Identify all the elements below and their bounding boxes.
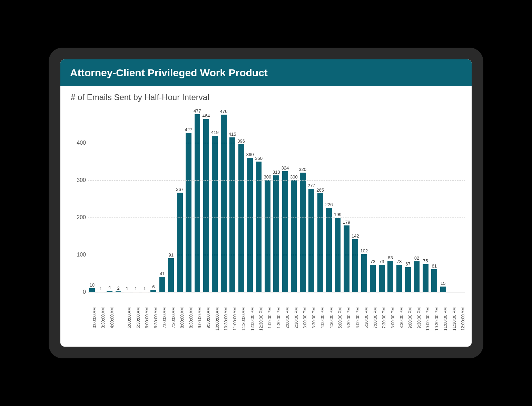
x-tick-label: 4:30:00 PM — [329, 307, 334, 328]
x-tick-label: 7:30:00 PM — [382, 307, 386, 328]
bar-column: 102 — [360, 106, 368, 292]
bar-column: 320 — [299, 106, 307, 292]
x-label-column: 6:30:00 PM — [360, 306, 368, 340]
x-label-column: 3:30:00 PM — [307, 306, 315, 340]
x-label-column: 5:30:00 AM — [132, 306, 140, 340]
bar-value-label: 427 — [185, 127, 193, 132]
chart: 0100200300400 10142111641912674274774644… — [67, 106, 465, 306]
bar-value-label: 75 — [423, 258, 428, 263]
bar — [273, 175, 279, 292]
bar-value-label: 179 — [343, 220, 351, 225]
bar-value-label: 199 — [334, 212, 342, 217]
x-tick-label: 4:00:00 PM — [320, 307, 325, 328]
bar-column: 300 — [264, 106, 272, 292]
x-label-column: 9:30:00 PM — [413, 306, 421, 340]
y-tick-label: 200 — [69, 214, 86, 221]
bar-value-label: 82 — [414, 255, 419, 261]
x-label-column: 6:30:00 AM — [149, 306, 157, 340]
bar-value-label: 73 — [370, 259, 375, 264]
x-label-column: 10:30:00 PM — [430, 306, 438, 340]
bar-column: 350 — [255, 106, 263, 292]
bar-value-label: 73 — [397, 259, 402, 264]
x-label-column: 12:00:00 AM — [456, 306, 464, 340]
x-tick-label: 7:00:00 PM — [373, 307, 378, 328]
x-label-column: 7:30:00 PM — [377, 306, 385, 340]
bar-value-label: 350 — [255, 156, 263, 161]
bar-column: 73 — [395, 106, 403, 292]
x-tick-label: 11:30:00 AM — [241, 307, 246, 330]
bar-column: 2 — [114, 106, 122, 292]
bar-value-label: 10 — [89, 282, 94, 288]
plot-area: 1014211164191267427477464419476415396360… — [88, 106, 465, 292]
bar-value-label: 4 — [108, 285, 111, 290]
bar-value-label: 477 — [194, 108, 201, 114]
x-label-column: 2:30:00 PM — [290, 306, 298, 340]
bar-column: 313 — [272, 106, 280, 292]
bar-column: 1 — [97, 106, 105, 292]
bar-column: 83 — [386, 106, 394, 292]
x-label-column: 11:30:00 PM — [448, 306, 456, 340]
x-label-column: 1:00:00 PM — [264, 306, 272, 340]
bar — [177, 193, 183, 292]
x-tick-label: 11:00:00 AM — [233, 307, 237, 330]
bar-value-label: 415 — [229, 132, 236, 137]
bar — [308, 189, 314, 292]
x-label-column: 6:00:00 AM — [141, 306, 149, 340]
bar-column: 67 — [404, 106, 412, 292]
bar-value-label: 226 — [325, 202, 333, 207]
bar — [203, 119, 209, 292]
x-tick-label: 1:00:00 PM — [267, 307, 272, 328]
x-tick-label: 8:00:00 PM — [391, 307, 395, 328]
bar — [414, 261, 420, 292]
bar-value-label: 2 — [117, 286, 119, 291]
bar-column: 1 — [141, 106, 149, 292]
bar-value-label: 1 — [135, 286, 137, 291]
bar — [229, 137, 235, 292]
bar-column: 6 — [149, 106, 157, 292]
bar-column: 41 — [158, 106, 166, 292]
bar-value-label: 1 — [144, 286, 146, 291]
x-label-column: 3:30:00 AM — [97, 306, 105, 340]
card-header: Attorney-Client Privileged Work Product — [60, 59, 472, 86]
x-label-column: 9:00:00 PM — [404, 306, 412, 340]
bar-value-label: 142 — [352, 233, 359, 239]
bar-value-label: 265 — [316, 187, 324, 193]
x-label-column: 12:00:00 PM — [246, 306, 254, 340]
bar-column: 464 — [202, 106, 210, 292]
x-label-column: 9:30:00 AM — [202, 306, 210, 340]
bar — [221, 115, 227, 292]
x-tick-label: 9:00:00 AM — [197, 307, 202, 328]
x-tick-label: 6:30:00 PM — [364, 307, 369, 328]
x-tick-label: 5:00:00 PM — [338, 307, 343, 328]
x-label-column: 11:00:00 AM — [228, 306, 236, 340]
bar-column: 10 — [88, 106, 96, 292]
bar-value-label: 83 — [388, 255, 393, 260]
card-body: # of Emails Sent by Half-Hour Interval 0… — [60, 86, 472, 347]
x-tick-label: 5:00:00 AM — [127, 307, 132, 328]
gridline — [88, 218, 465, 218]
x-label-column — [114, 306, 122, 340]
x-tick-label: 10:00:00 AM — [215, 307, 220, 330]
bar — [344, 225, 349, 292]
x-label-column: 7:30:00 AM — [167, 306, 175, 340]
y-tick-label: 100 — [69, 252, 86, 258]
x-label-column: 5:00:00 AM — [123, 306, 131, 340]
y-tick-label: 300 — [69, 177, 86, 183]
y-tick-label: 400 — [69, 140, 86, 146]
x-label-column: 8:30:00 AM — [185, 306, 193, 340]
x-label-column: 9:00:00 AM — [193, 306, 201, 340]
bar — [168, 258, 174, 292]
bar-value-label: 73 — [379, 259, 384, 264]
card-title: Attorney-Client Privileged Work Product — [70, 67, 268, 78]
x-label-column: 5:30:00 PM — [343, 306, 351, 340]
bar — [291, 180, 297, 292]
bar-column: 476 — [220, 106, 228, 292]
x-tick-label: 10:30:00 PM — [434, 307, 439, 331]
x-label-column: 5:00:00 PM — [334, 306, 342, 340]
report-card: Attorney-Client Privileged Work Product … — [60, 59, 472, 347]
bar — [317, 193, 323, 292]
x-label-column: 8:00:00 AM — [176, 306, 184, 340]
bar-value-label: 320 — [299, 167, 306, 172]
bar-value-label: 300 — [264, 174, 272, 180]
bar-value-label: 419 — [211, 130, 219, 135]
